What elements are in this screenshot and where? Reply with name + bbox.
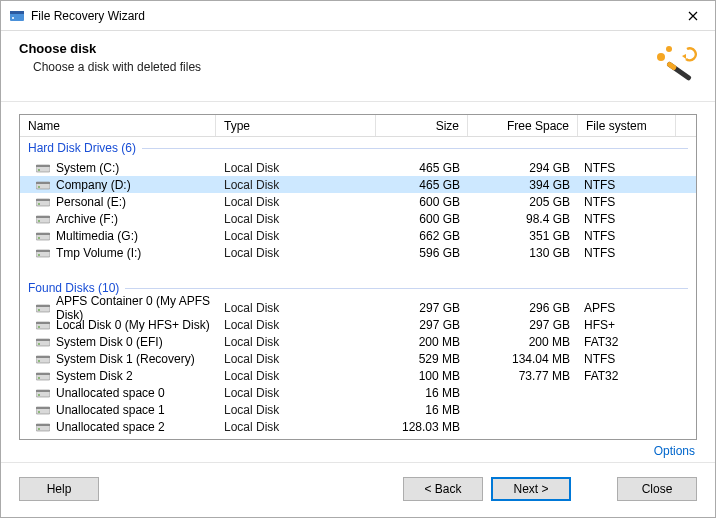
disk-size: 297 GB bbox=[376, 318, 468, 332]
disk-free: 134.04 MB bbox=[468, 352, 578, 366]
disk-free: 351 GB bbox=[468, 229, 578, 243]
svg-point-22 bbox=[38, 237, 40, 239]
disk-name: Multimedia (G:) bbox=[56, 229, 138, 243]
disk-row[interactable]: Tmp Volume (I:)Local Disk596 GB130 GBNTF… bbox=[20, 244, 696, 261]
back-button[interactable]: < Back bbox=[403, 477, 483, 501]
disk-size: 465 GB bbox=[376, 161, 468, 175]
svg-point-31 bbox=[38, 326, 40, 328]
disk-type: Local Disk bbox=[216, 403, 376, 417]
svg-rect-24 bbox=[36, 250, 50, 252]
disk-type: Local Disk bbox=[216, 301, 376, 315]
disk-icon bbox=[36, 387, 50, 399]
disk-icon bbox=[36, 302, 50, 314]
disk-size: 596 GB bbox=[376, 246, 468, 260]
window-close-button[interactable] bbox=[671, 1, 715, 31]
disk-name: Company (D:) bbox=[56, 178, 131, 192]
disk-size: 600 GB bbox=[376, 195, 468, 209]
next-button[interactable]: Next > bbox=[491, 477, 571, 501]
svg-point-4 bbox=[666, 46, 672, 52]
svg-point-10 bbox=[38, 169, 40, 171]
disk-filesystem: NTFS bbox=[578, 352, 676, 366]
disk-name: System (C:) bbox=[56, 161, 119, 175]
svg-point-43 bbox=[38, 394, 40, 396]
grid-body[interactable]: Hard Disk Drives (6)System (C:)Local Dis… bbox=[20, 137, 696, 439]
disk-icon bbox=[36, 213, 50, 225]
wizard-wand-icon bbox=[649, 41, 697, 89]
disk-name: Tmp Volume (I:) bbox=[56, 246, 141, 260]
app-icon bbox=[9, 8, 25, 24]
disk-free: 297 GB bbox=[468, 318, 578, 332]
disk-row[interactable]: Company (D:)Local Disk465 GB394 GBNTFS bbox=[20, 176, 696, 193]
disk-name: Archive (F:) bbox=[56, 212, 118, 226]
disk-row[interactable]: System Disk 0 (EFI)Local Disk200 MB200 M… bbox=[20, 333, 696, 350]
disk-name: Unallocated space 0 bbox=[56, 386, 165, 400]
column-header-fs[interactable]: File system bbox=[578, 115, 676, 136]
svg-rect-12 bbox=[36, 182, 50, 184]
disk-row[interactable]: APFS Container 0 (My APFS Disk)Local Dis… bbox=[20, 299, 696, 316]
disk-free: 73.77 MB bbox=[468, 369, 578, 383]
disk-size: 16 MB bbox=[376, 403, 468, 417]
disk-name: System Disk 2 bbox=[56, 369, 133, 383]
disk-size: 200 MB bbox=[376, 335, 468, 349]
disk-filesystem: HFS+ bbox=[578, 318, 676, 332]
disk-row[interactable]: Local Disk 0 (My HFS+ Disk)Local Disk297… bbox=[20, 316, 696, 333]
column-header-free[interactable]: Free Space bbox=[468, 115, 578, 136]
disk-type: Local Disk bbox=[216, 195, 376, 209]
button-bar: Help < Back Next > Close bbox=[1, 462, 715, 517]
disk-type: Local Disk bbox=[216, 318, 376, 332]
disk-icon bbox=[36, 162, 50, 174]
disk-name: System Disk 0 (EFI) bbox=[56, 335, 163, 349]
svg-rect-39 bbox=[36, 373, 50, 375]
disk-name: Unallocated space 1 bbox=[56, 403, 165, 417]
group-header: Hard Disk Drives (6) bbox=[20, 137, 696, 159]
disk-icon bbox=[36, 336, 50, 348]
disk-size: 16 MB bbox=[376, 386, 468, 400]
disk-row[interactable]: Multimedia (G:)Local Disk662 GB351 GBNTF… bbox=[20, 227, 696, 244]
disk-icon bbox=[36, 247, 50, 259]
disk-icon bbox=[36, 230, 50, 242]
disk-row[interactable]: Unallocated space 1Local Disk16 MB bbox=[20, 401, 696, 418]
svg-rect-33 bbox=[36, 339, 50, 341]
close-button[interactable]: Close bbox=[617, 477, 697, 501]
disk-filesystem: FAT32 bbox=[578, 369, 676, 383]
svg-point-49 bbox=[38, 428, 40, 430]
disk-free: 98.4 GB bbox=[468, 212, 578, 226]
svg-point-16 bbox=[38, 203, 40, 205]
disk-icon bbox=[36, 319, 50, 331]
svg-rect-48 bbox=[36, 424, 50, 426]
options-link[interactable]: Options bbox=[654, 444, 695, 458]
disk-row[interactable]: Archive (F:)Local Disk600 GB98.4 GBNTFS bbox=[20, 210, 696, 227]
page-subtitle: Choose a disk with deleted files bbox=[19, 60, 649, 74]
help-button[interactable]: Help bbox=[19, 477, 99, 501]
disk-type: Local Disk bbox=[216, 420, 376, 434]
column-header-type[interactable]: Type bbox=[216, 115, 376, 136]
svg-rect-15 bbox=[36, 199, 50, 201]
column-header-name[interactable]: Name bbox=[20, 115, 216, 136]
column-header-size[interactable]: Size bbox=[376, 115, 468, 136]
disk-size: 128.03 MB bbox=[376, 420, 468, 434]
svg-rect-27 bbox=[36, 305, 50, 307]
disk-filesystem: NTFS bbox=[578, 195, 676, 209]
svg-point-13 bbox=[38, 186, 40, 188]
disk-type: Local Disk bbox=[216, 386, 376, 400]
disk-row[interactable]: Personal (E:)Local Disk600 GB205 GBNTFS bbox=[20, 193, 696, 210]
disk-size: 465 GB bbox=[376, 178, 468, 192]
disk-name: Local Disk 0 (My HFS+ Disk) bbox=[56, 318, 210, 332]
disk-row[interactable]: Unallocated space 0Local Disk16 MB bbox=[20, 384, 696, 401]
disk-row[interactable]: Unallocated space 2Local Disk128.03 MB bbox=[20, 418, 696, 435]
svg-marker-7 bbox=[682, 54, 686, 59]
svg-point-25 bbox=[38, 254, 40, 256]
disk-row[interactable]: System Disk 1 (Recovery)Local Disk529 MB… bbox=[20, 350, 696, 367]
disk-type: Local Disk bbox=[216, 212, 376, 226]
disk-icon bbox=[36, 179, 50, 191]
svg-point-2 bbox=[12, 17, 14, 19]
title-bar: File Recovery Wizard bbox=[1, 1, 715, 31]
disk-row[interactable]: System Disk 2Local Disk100 MB73.77 MBFAT… bbox=[20, 367, 696, 384]
disk-filesystem: APFS bbox=[578, 301, 676, 315]
disk-type: Local Disk bbox=[216, 335, 376, 349]
disk-icon bbox=[36, 421, 50, 433]
wizard-header: Choose disk Choose a disk with deleted f… bbox=[1, 31, 715, 102]
disk-row[interactable]: System (C:)Local Disk465 GB294 GBNTFS bbox=[20, 159, 696, 176]
disk-free: 294 GB bbox=[468, 161, 578, 175]
disk-icon bbox=[36, 353, 50, 365]
